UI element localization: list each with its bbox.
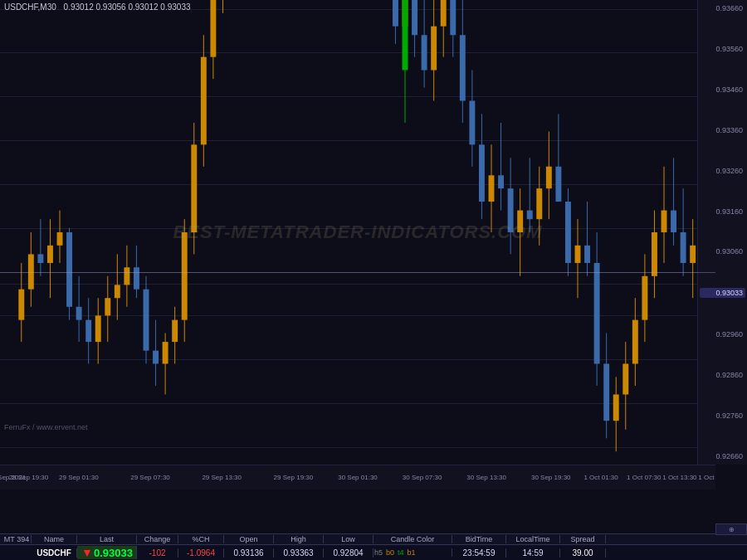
time-label: 1 Oct 07:30 <box>627 474 661 481</box>
time-label: 30 Sep 07:30 <box>403 474 442 481</box>
row-spread: 39.00 <box>560 548 606 558</box>
time-label: 1 Oct 19:30 <box>698 474 715 481</box>
time-label: 29 Sep 01:30 <box>59 474 99 481</box>
time-label: 30 Sep 19:30 <box>531 474 571 481</box>
info-bar: USDCHF,M30 0.93012 0.93056 0.93012 0.930… <box>0 0 195 14</box>
row-last: ▼0.93033 <box>77 546 137 559</box>
corner-button[interactable]: ⊕ <box>715 523 747 535</box>
price-label: 0.93160 <box>700 207 745 216</box>
time-label: 29 Sep 19:30 <box>274 474 314 481</box>
price-label: 0.93460 <box>700 85 745 94</box>
down-arrow-icon: ▼ <box>81 546 93 559</box>
col-candle-color: Candle Color <box>374 535 452 543</box>
table-row: USDCHF ▼0.93033 -102 -1.0964 0.93136 0.9… <box>0 545 747 560</box>
col-name: Name <box>32 535 77 543</box>
row-local-time: 14:59 <box>506 548 560 558</box>
row-pch: -1.0964 <box>178 548 224 558</box>
time-label: 30 Sep 01:30 <box>338 474 378 481</box>
price-label: 0.93360 <box>700 126 745 134</box>
time-label: 28 Sep 19:30 <box>9 474 49 481</box>
ferrufx-label: FerruFx / www.ervent.net <box>4 423 88 431</box>
cc-t4: t4 <box>397 548 405 557</box>
col-pch: %CH <box>178 535 224 543</box>
row-symbol: USDCHF <box>32 548 77 558</box>
price-label: 0.92660 <box>700 452 745 460</box>
price-label: 0.92760 <box>700 411 745 420</box>
col-spread: Spread <box>560 535 606 543</box>
price-label: 0.93260 <box>700 167 745 175</box>
candle-color-indicators: h5 b0 t4 b1 <box>374 548 452 557</box>
price-label: 0.93060 <box>700 247 745 256</box>
col-last: Last <box>77 535 137 543</box>
row-candle-color: h5 b0 t4 b1 <box>374 548 452 557</box>
chart-container: BEST-METATRADER-INDICATORS.COM FerruFx /… <box>0 0 747 560</box>
row-open: 0.93136 <box>224 548 274 558</box>
price-label: 0.93560 <box>700 45 745 53</box>
ohlc-display: 0.93012 0.93056 0.93012 0.93033 <box>64 2 191 12</box>
corner-icon: ⊕ <box>729 526 735 533</box>
data-table: MT 394 Name Last Change %CH Open High Lo… <box>0 533 747 560</box>
time-label: 30 Sep 13:30 <box>466 474 506 481</box>
cc-h5: h5 <box>374 548 383 557</box>
mt-label-header: MT 394 <box>2 535 32 543</box>
horizontal-line <box>0 272 715 273</box>
row-bid-time: 23:54:59 <box>452 548 506 558</box>
price-label: 0.92860 <box>700 371 745 379</box>
col-high: High <box>274 535 324 543</box>
col-low: Low <box>324 535 374 543</box>
cc-b0: b0 <box>385 548 395 557</box>
time-label: 1 Oct 01:30 <box>583 474 618 481</box>
col-open: Open <box>224 535 274 543</box>
chart-area: BEST-METATRADER-INDICATORS.COM FerruFx /… <box>0 0 715 465</box>
price-label: 0.93660 <box>700 4 745 12</box>
price-label: 0.93033 <box>700 288 745 298</box>
price-label: 0.92960 <box>700 330 745 338</box>
time-label: 29 Sep 07:30 <box>130 474 170 481</box>
row-low: 0.92804 <box>324 548 374 558</box>
col-bid-time: BidTime <box>452 535 506 543</box>
row-high: 0.93363 <box>274 548 324 558</box>
col-change: Change <box>137 535 178 543</box>
table-header: MT 394 Name Last Change %CH Open High Lo… <box>0 534 747 545</box>
watermark: BEST-METATRADER-INDICATORS.COM <box>173 222 542 243</box>
row-change: -102 <box>137 548 178 558</box>
time-axis: 28 Sep 202128 Sep 19:3029 Sep 01:3029 Se… <box>0 465 715 489</box>
col-local-time: LocalTime <box>506 535 560 543</box>
time-label: 29 Sep 13:30 <box>202 474 242 481</box>
price-axis: 0.936600.935600.934600.933600.932600.931… <box>697 0 747 465</box>
time-label: 1 Oct 13:30 <box>662 474 696 481</box>
chart-title: USDCHF,M30 <box>4 2 56 12</box>
cc-b1: b1 <box>407 548 417 557</box>
